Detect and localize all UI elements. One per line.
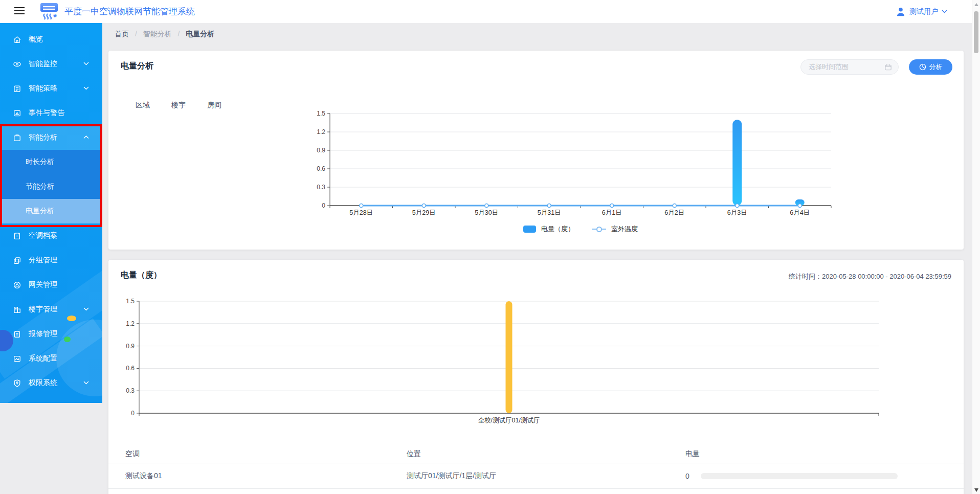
vertical-scrollbar[interactable] (972, 0, 980, 494)
sidebar-subitem-duration-analysis[interactable]: 时长分析 (0, 150, 102, 174)
sidebar-item-label: 智能策略 (29, 84, 57, 93)
svg-text:5月29日: 5月29日 (412, 209, 436, 216)
column-header-energy: 电量 (685, 450, 700, 459)
sidebar-item-label: 智能监控 (29, 59, 57, 69)
energy-trend-chart: 00.30.60.91.21.55月28日5月29日5月30日5月31日6月1日… (108, 51, 964, 250)
sidebar-item-label: 概览 (29, 35, 43, 44)
svg-text:0: 0 (322, 202, 325, 209)
breadcrumb-current: 电量分析 (186, 30, 214, 38)
column-header-ac: 空调 (125, 450, 140, 459)
analysis-submenu: 时长分析 节能分析 电量分析 (0, 150, 102, 223)
legend-line-label[interactable]: 室外温度 (611, 224, 638, 234)
app-title: 平度一中空调物联网节能管理系统 (64, 0, 195, 23)
sidebar-item-label: 楼宇管理 (29, 305, 57, 314)
chevron-down-icon (83, 62, 89, 65)
archive-icon (13, 232, 21, 240)
analyze-button[interactable]: 分析 (909, 59, 952, 75)
svg-text:5月28日: 5月28日 (349, 209, 373, 216)
svg-text:1.5: 1.5 (317, 110, 325, 117)
breadcrumb-home[interactable]: 首页 (115, 30, 129, 38)
date-range-placeholder: 选择时间范围 (809, 62, 884, 72)
breadcrumb-separator: / (135, 30, 137, 38)
svg-text:0.9: 0.9 (317, 147, 325, 154)
energy-by-location-chart: 00.30.60.91.21.5全校/测试厅01/测试厅 (108, 260, 964, 434)
main-content: 首页 / 智能分析 / 电量分析 电量分析 选择时间范围 分析 区域 楼宇 房间… (102, 23, 972, 494)
chevron-down-icon (942, 10, 947, 13)
sidebar-item-label: 节能分析 (26, 182, 54, 191)
sidebar-item-building-management[interactable]: 楼宇管理 (0, 297, 102, 322)
chevron-down-icon (83, 381, 89, 385)
scrollbar-up-arrow-icon[interactable] (974, 3, 978, 6)
sidebar-item-ac-archive[interactable]: 空调档案 (0, 223, 102, 248)
sidebar-item-overview[interactable]: 概览 (0, 27, 102, 52)
svg-text:1.2: 1.2 (126, 320, 135, 327)
scrollbar-down-arrow-icon[interactable] (974, 488, 978, 492)
menu-toggle-icon[interactable] (14, 7, 25, 15)
sidebar-item-label: 时长分析 (26, 158, 54, 167)
svg-text:6月1日: 6月1日 (602, 209, 622, 216)
analysis-icon (13, 133, 21, 142)
card-title: 电量分析 (121, 61, 153, 72)
tab-region[interactable]: 区域 (136, 101, 150, 110)
user-menu[interactable]: 测试用户 (896, 0, 947, 23)
table-header-row: 空调 位置 电量 (108, 445, 964, 463)
legend-bar-swatch[interactable] (523, 226, 536, 233)
config-icon (13, 354, 21, 363)
svg-text:全校/测试厅01/测试厅: 全校/测试厅01/测试厅 (478, 417, 540, 424)
energy-detail-card: 电量（度） 统计时间：2020-05-28 00:00:00 - 2020-06… (108, 260, 964, 494)
svg-text:0: 0 (131, 410, 135, 417)
top-header: * 平度一中空调物联网节能管理系统 测试用户 (0, 0, 980, 23)
energy-progress-track (701, 473, 898, 479)
legend-bar-label[interactable]: 电量（度） (541, 224, 574, 234)
legend-line-marker[interactable] (592, 229, 606, 230)
repair-icon (13, 330, 21, 339)
date-range-input[interactable]: 选择时间范围 (800, 59, 899, 75)
svg-text:5月31日: 5月31日 (538, 209, 561, 216)
table-row[interactable]: 测试设备01 测试厅01/测试厅/1层/测试厅 0 (108, 463, 964, 489)
cell-location: 测试厅01/测试厅/1层/测试厅 (407, 471, 496, 481)
cell-device-name: 测试设备01 (125, 471, 162, 481)
group-icon (13, 256, 21, 265)
sidebar-item-label: 网关管理 (29, 280, 57, 289)
user-name: 测试用户 (909, 7, 938, 16)
sidebar-item-analysis[interactable]: 智能分析 (0, 125, 102, 150)
sidebar-subitem-energy-saving-analysis[interactable]: 节能分析 (0, 174, 102, 199)
stats-time-label: 统计时间： (789, 273, 822, 280)
sidebar-item-strategy[interactable]: 智能策略 (0, 76, 102, 101)
chevron-down-icon (83, 307, 89, 311)
sidebar-item-group-management[interactable]: 分组管理 (0, 248, 102, 273)
sidebar-item-permission-system[interactable]: 权限系统 (0, 371, 102, 395)
shield-icon (13, 379, 21, 388)
alert-icon (13, 109, 21, 118)
svg-text:0.3: 0.3 (126, 387, 135, 394)
svg-text:0.6: 0.6 (126, 365, 135, 372)
sidebar-subitem-electricity-analysis[interactable]: 电量分析 (0, 199, 102, 223)
sidebar-item-label: 空调档案 (29, 231, 57, 240)
scrollbar-thumb[interactable] (974, 11, 978, 53)
breadcrumb: 首页 / 智能分析 / 电量分析 (115, 30, 214, 39)
svg-text:5月30日: 5月30日 (475, 209, 498, 216)
sidebar-item-system-config[interactable]: 系统配置 (0, 346, 102, 371)
sidebar-item-events-alerts[interactable]: 事件与警告 (0, 101, 102, 125)
sidebar-item-monitor[interactable]: 智能监控 (0, 52, 102, 76)
svg-text:1.2: 1.2 (317, 128, 325, 136)
stats-time: 统计时间：2020-05-28 00:00:00 - 2020-06-04 23… (789, 272, 951, 281)
svg-text:6月3日: 6月3日 (727, 209, 747, 216)
tab-room[interactable]: 房间 (207, 101, 221, 110)
home-icon (13, 35, 21, 44)
svg-text:0.3: 0.3 (317, 184, 325, 191)
sidebar-item-gateway-management[interactable]: 网关管理 (0, 273, 102, 297)
tab-building[interactable]: 楼宇 (171, 101, 186, 110)
sidebar-item-repair-management[interactable]: 报修管理 (0, 322, 102, 346)
sidebar-item-label: 智能分析 (29, 133, 57, 142)
sidebar-item-label: 系统配置 (29, 354, 57, 363)
svg-text:0.9: 0.9 (126, 343, 135, 350)
building-icon (13, 305, 21, 314)
stats-time-value: 2020-05-28 00:00:00 - 2020-06-04 23:59:5… (822, 273, 951, 280)
chart-legend: 电量（度） 室外温度 (330, 224, 831, 234)
chevron-down-icon (83, 86, 89, 90)
sidebar: 概览 智能监控 智能策略 事件与警告 智能分析 (0, 23, 102, 403)
svg-text:6月2日: 6月2日 (664, 209, 684, 216)
breadcrumb-section: 智能分析 (143, 30, 172, 38)
sidebar-item-label: 电量分析 (26, 207, 54, 216)
